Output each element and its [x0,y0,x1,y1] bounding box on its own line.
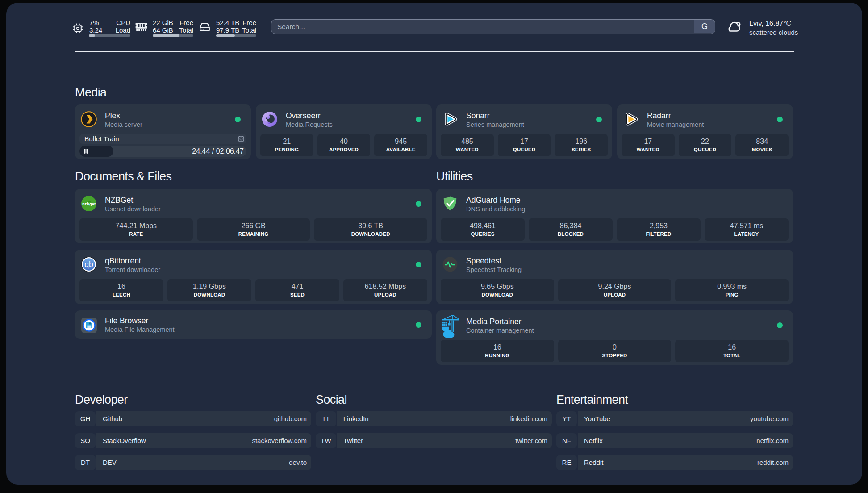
svg-text:nzbget: nzbget [82,201,96,206]
svg-text:qb: qb [84,260,93,269]
